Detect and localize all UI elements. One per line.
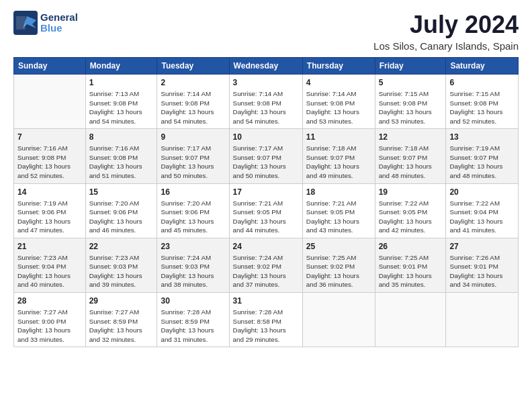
calendar-header-row: SundayMondayTuesdayWednesdayThursdayFrid… bbox=[14, 58, 519, 75]
day-info: Sunrise: 7:21 AM Sunset: 9:05 PM Dayligh… bbox=[233, 199, 299, 235]
day-cell: 1Sunrise: 7:13 AM Sunset: 9:08 PM Daylig… bbox=[85, 75, 157, 129]
day-info: Sunrise: 7:14 AM Sunset: 9:08 PM Dayligh… bbox=[161, 89, 225, 126]
day-number: 28 bbox=[17, 295, 82, 306]
logo-icon bbox=[13, 11, 38, 35]
day-number: 2 bbox=[161, 77, 225, 88]
day-number: 4 bbox=[306, 77, 371, 88]
day-info: Sunrise: 7:16 AM Sunset: 9:08 PM Dayligh… bbox=[17, 144, 82, 180]
day-info: Sunrise: 7:27 AM Sunset: 8:59 PM Dayligh… bbox=[89, 308, 154, 344]
logo-text-line2: Blue bbox=[40, 23, 78, 34]
day-cell: 28Sunrise: 7:27 AM Sunset: 9:00 PM Dayli… bbox=[14, 293, 86, 347]
day-number: 27 bbox=[449, 241, 515, 252]
day-number: 10 bbox=[233, 132, 299, 142]
day-number: 30 bbox=[161, 295, 225, 306]
day-info: Sunrise: 7:23 AM Sunset: 9:03 PM Dayligh… bbox=[89, 253, 154, 289]
day-info: Sunrise: 7:19 AM Sunset: 9:06 PM Dayligh… bbox=[17, 199, 82, 235]
day-info: Sunrise: 7:17 AM Sunset: 9:07 PM Dayligh… bbox=[161, 144, 225, 180]
day-cell: 15Sunrise: 7:20 AM Sunset: 9:06 PM Dayli… bbox=[85, 183, 157, 238]
day-header-tuesday: Tuesday bbox=[157, 58, 229, 75]
day-cell: 31Sunrise: 7:28 AM Sunset: 8:58 PM Dayli… bbox=[229, 293, 302, 347]
day-number: 11 bbox=[306, 132, 371, 142]
day-info: Sunrise: 7:26 AM Sunset: 9:01 PM Dayligh… bbox=[449, 253, 515, 289]
day-cell: 14Sunrise: 7:19 AM Sunset: 9:06 PM Dayli… bbox=[14, 183, 86, 238]
day-cell: 23Sunrise: 7:24 AM Sunset: 9:03 PM Dayli… bbox=[157, 238, 229, 292]
day-info: Sunrise: 7:15 AM Sunset: 9:08 PM Dayligh… bbox=[449, 89, 515, 126]
day-info: Sunrise: 7:14 AM Sunset: 9:08 PM Dayligh… bbox=[233, 89, 299, 126]
day-cell bbox=[446, 293, 519, 347]
day-number: 3 bbox=[233, 77, 299, 88]
subtitle: Los Silos, Canary Islands, Spain bbox=[373, 40, 519, 52]
day-info: Sunrise: 7:22 AM Sunset: 9:05 PM Dayligh… bbox=[379, 199, 443, 235]
logo: General Blue bbox=[13, 11, 78, 35]
day-info: Sunrise: 7:23 AM Sunset: 9:04 PM Dayligh… bbox=[17, 253, 82, 289]
day-cell: 7Sunrise: 7:16 AM Sunset: 9:08 PM Daylig… bbox=[14, 129, 86, 183]
day-cell: 18Sunrise: 7:21 AM Sunset: 9:05 PM Dayli… bbox=[302, 183, 375, 238]
day-info: Sunrise: 7:21 AM Sunset: 9:05 PM Dayligh… bbox=[306, 199, 371, 235]
day-number: 5 bbox=[379, 77, 443, 88]
day-info: Sunrise: 7:18 AM Sunset: 9:07 PM Dayligh… bbox=[306, 144, 371, 180]
day-cell bbox=[14, 75, 86, 129]
day-info: Sunrise: 7:27 AM Sunset: 9:00 PM Dayligh… bbox=[17, 308, 82, 344]
day-info: Sunrise: 7:13 AM Sunset: 9:08 PM Dayligh… bbox=[89, 89, 154, 126]
day-cell: 5Sunrise: 7:15 AM Sunset: 9:08 PM Daylig… bbox=[375, 75, 446, 129]
day-cell: 27Sunrise: 7:26 AM Sunset: 9:01 PM Dayli… bbox=[446, 238, 519, 292]
day-cell: 29Sunrise: 7:27 AM Sunset: 8:59 PM Dayli… bbox=[85, 293, 157, 347]
day-header-sunday: Sunday bbox=[14, 58, 86, 75]
day-cell: 17Sunrise: 7:21 AM Sunset: 9:05 PM Dayli… bbox=[229, 183, 302, 238]
day-number: 20 bbox=[449, 187, 515, 197]
title-block: July 2024 Los Silos, Canary Islands, Spa… bbox=[373, 11, 519, 52]
day-cell: 20Sunrise: 7:22 AM Sunset: 9:04 PM Dayli… bbox=[446, 183, 519, 238]
day-info: Sunrise: 7:28 AM Sunset: 8:58 PM Dayligh… bbox=[233, 308, 299, 344]
calendar-table: SundayMondayTuesdayWednesdayThursdayFrid… bbox=[13, 57, 519, 347]
day-number: 23 bbox=[161, 241, 225, 252]
day-cell bbox=[302, 293, 375, 347]
day-cell: 30Sunrise: 7:28 AM Sunset: 8:59 PM Dayli… bbox=[157, 293, 229, 347]
header: General Blue July 2024 Los Silos, Canary… bbox=[13, 11, 519, 52]
week-row-1: 1Sunrise: 7:13 AM Sunset: 9:08 PM Daylig… bbox=[14, 75, 519, 129]
day-cell: 16Sunrise: 7:20 AM Sunset: 9:06 PM Dayli… bbox=[157, 183, 229, 238]
week-row-5: 28Sunrise: 7:27 AM Sunset: 9:00 PM Dayli… bbox=[14, 293, 519, 347]
day-header-saturday: Saturday bbox=[446, 58, 519, 75]
day-number: 12 bbox=[379, 132, 443, 142]
day-header-thursday: Thursday bbox=[302, 58, 375, 75]
svg-rect-2 bbox=[16, 16, 26, 30]
day-number: 19 bbox=[379, 187, 443, 197]
day-number: 22 bbox=[89, 241, 154, 252]
day-header-friday: Friday bbox=[375, 58, 446, 75]
day-number: 13 bbox=[449, 132, 515, 142]
day-number: 26 bbox=[379, 241, 443, 252]
day-info: Sunrise: 7:24 AM Sunset: 9:02 PM Dayligh… bbox=[233, 253, 299, 289]
day-number: 9 bbox=[161, 132, 225, 142]
day-number: 16 bbox=[161, 187, 225, 197]
day-number: 17 bbox=[233, 187, 299, 197]
day-info: Sunrise: 7:28 AM Sunset: 8:59 PM Dayligh… bbox=[161, 308, 225, 344]
day-number: 14 bbox=[17, 187, 82, 197]
day-cell: 6Sunrise: 7:15 AM Sunset: 9:08 PM Daylig… bbox=[446, 75, 519, 129]
day-cell: 26Sunrise: 7:25 AM Sunset: 9:01 PM Dayli… bbox=[375, 238, 446, 292]
day-cell: 11Sunrise: 7:18 AM Sunset: 9:07 PM Dayli… bbox=[302, 129, 375, 183]
day-number: 6 bbox=[449, 77, 515, 88]
day-cell: 9Sunrise: 7:17 AM Sunset: 9:07 PM Daylig… bbox=[157, 129, 229, 183]
day-info: Sunrise: 7:14 AM Sunset: 9:08 PM Dayligh… bbox=[306, 89, 371, 126]
day-cell: 22Sunrise: 7:23 AM Sunset: 9:03 PM Dayli… bbox=[85, 238, 157, 292]
day-info: Sunrise: 7:16 AM Sunset: 9:08 PM Dayligh… bbox=[89, 144, 154, 180]
day-cell: 4Sunrise: 7:14 AM Sunset: 9:08 PM Daylig… bbox=[302, 75, 375, 129]
day-number: 21 bbox=[17, 241, 82, 252]
day-info: Sunrise: 7:18 AM Sunset: 9:07 PM Dayligh… bbox=[379, 144, 443, 180]
day-number: 7 bbox=[17, 132, 82, 142]
day-info: Sunrise: 7:20 AM Sunset: 9:06 PM Dayligh… bbox=[161, 199, 225, 235]
week-row-3: 14Sunrise: 7:19 AM Sunset: 9:06 PM Dayli… bbox=[14, 183, 519, 238]
day-cell: 10Sunrise: 7:17 AM Sunset: 9:07 PM Dayli… bbox=[229, 129, 302, 183]
day-cell: 25Sunrise: 7:25 AM Sunset: 9:02 PM Dayli… bbox=[302, 238, 375, 292]
day-cell: 21Sunrise: 7:23 AM Sunset: 9:04 PM Dayli… bbox=[14, 238, 86, 292]
day-info: Sunrise: 7:24 AM Sunset: 9:03 PM Dayligh… bbox=[161, 253, 225, 289]
week-row-4: 21Sunrise: 7:23 AM Sunset: 9:04 PM Dayli… bbox=[14, 238, 519, 292]
day-cell: 3Sunrise: 7:14 AM Sunset: 9:08 PM Daylig… bbox=[229, 75, 302, 129]
day-info: Sunrise: 7:17 AM Sunset: 9:07 PM Dayligh… bbox=[233, 144, 299, 180]
day-number: 29 bbox=[89, 295, 154, 306]
day-cell: 24Sunrise: 7:24 AM Sunset: 9:02 PM Dayli… bbox=[229, 238, 302, 292]
day-number: 25 bbox=[306, 241, 371, 252]
day-number: 1 bbox=[89, 77, 154, 88]
day-cell bbox=[375, 293, 446, 347]
day-info: Sunrise: 7:22 AM Sunset: 9:04 PM Dayligh… bbox=[449, 199, 515, 235]
